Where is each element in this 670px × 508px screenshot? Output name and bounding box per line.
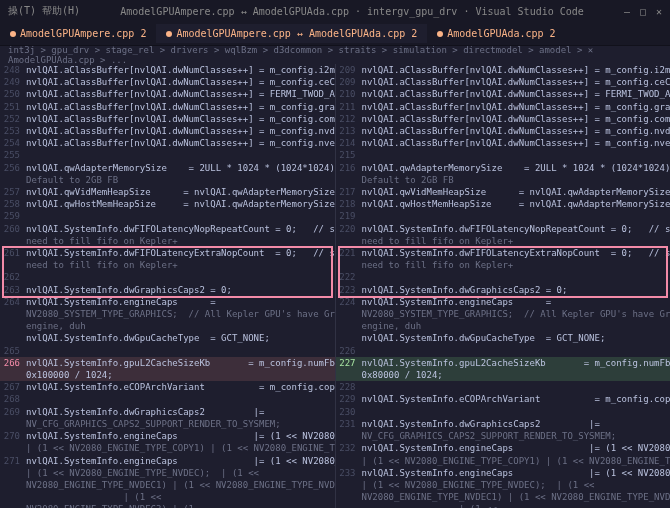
code-line[interactable]: 266nvlQAI.SystemInfo.gpuL2CacheSizeKb = … [0, 357, 335, 369]
code-content: nvlQAI.qwAdapterMemorySize = 2ULL * 1024… [26, 162, 335, 174]
code-line[interactable]: 220nvlQAI.SystemInfo.dwFIFOLatencyNopRep… [336, 223, 671, 235]
code-line[interactable]: 269nvlQAI.SystemInfo.dwGraphicsCaps2 |= [0, 406, 335, 418]
code-line[interactable]: 0x80000 / 1024; [336, 369, 671, 381]
code-line[interactable]: 233nvlQAI.SystemInfo.engineCaps |= (1 <<… [336, 467, 671, 479]
code-line[interactable]: | (1 << NV2080_ENGINE_TYPE_COPY1) | (1 <… [336, 455, 671, 467]
code-line[interactable]: | (1 << NV2080_ENGINE_TYPE_NVDEC); | (1 … [0, 467, 335, 479]
code-line[interactable]: 263nvlQAI.SystemInfo.dwGraphicsCaps2 = 0… [0, 284, 335, 296]
code-line[interactable]: 0x100000 / 1024; [0, 369, 335, 381]
code-content: nvlQAI.aClassBuffer[nvlQAI.dwNumClasses+… [362, 88, 671, 100]
code-line[interactable]: 222 [336, 271, 671, 283]
code-line[interactable]: 230 [336, 406, 671, 418]
code-line[interactable]: engine, duh [336, 320, 671, 332]
code-line[interactable]: NV2080_SYSTEM_TYPE_GRAPHICS; // All Kepl… [336, 308, 671, 320]
line-number [0, 308, 26, 320]
code-line[interactable]: NV_CFG_GRAPHICS_CAPS2_SUPPORT_RENDER_TO_… [0, 418, 335, 430]
code-line[interactable]: 249nvlQAI.aClassBuffer[nvlQAI.dwNumClass… [0, 76, 335, 88]
code-line[interactable]: 259 [0, 210, 335, 222]
left-pane[interactable]: 248nvlQAI.aClassBuffer[nvlQAI.dwNumClass… [0, 64, 335, 508]
code-line[interactable]: 232nvlQAI.SystemInfo.engineCaps |= (1 <<… [336, 442, 671, 454]
code-line[interactable]: 216nvlQAI.qwAdapterMemorySize = 2ULL * 1… [336, 162, 671, 174]
code-line[interactable]: 212nvlQAI.aClassBuffer[nvlQAI.dwNumClass… [336, 113, 671, 125]
code-line[interactable]: nvlQAI.SystemInfo.dwGpuCacheType = GCT_N… [0, 332, 335, 344]
line-number: 260 [0, 223, 26, 235]
code-line[interactable]: 223nvlQAI.SystemInfo.dwGraphicsCaps2 = 0… [336, 284, 671, 296]
code-line[interactable]: | (1 << NV2080_ENGINE_TYPE_COPY1) | (1 <… [0, 442, 335, 454]
code-line[interactable]: 214nvlQAI.aClassBuffer[nvlQAI.dwNumClass… [336, 137, 671, 149]
code-line[interactable]: 221nvlQAI.SystemInfo.dwFIFOLatencyExtraN… [336, 247, 671, 259]
minimize-icon[interactable]: — [624, 6, 630, 17]
code-line[interactable]: 227nvlQAI.SystemInfo.gpuL2CacheSizeKb = … [336, 357, 671, 369]
code-line[interactable]: NV2080_ENGINE_TYPE_NVDEC1) | (1 << NV208… [336, 491, 671, 503]
code-line[interactable]: 209nvlQAI.aClassBuffer[nvlQAI.dwNumClass… [336, 64, 671, 76]
code-line[interactable]: 248nvlQAI.aClassBuffer[nvlQAI.dwNumClass… [0, 64, 335, 76]
code-line[interactable]: 254nvlQAI.aClassBuffer[nvlQAI.dwNumClass… [0, 137, 335, 149]
code-line[interactable]: 210nvlQAI.aClassBuffer[nvlQAI.dwNumClass… [336, 88, 671, 100]
code-line[interactable]: 264nvlQAI.SystemInfo.engineCaps = [0, 296, 335, 308]
code-line[interactable]: 261nvlQAI.SystemInfo.dwFIFOLatencyExtraN… [0, 247, 335, 259]
code-line[interactable]: 268 [0, 393, 335, 405]
code-line[interactable]: need to fill fifo on Kepler+ [336, 259, 671, 271]
code-content: nvlQAI.SystemInfo.engineCaps |= (1 << NV… [362, 442, 671, 454]
code-line[interactable]: | (1 << [336, 503, 671, 508]
code-line[interactable]: 252nvlQAI.aClassBuffer[nvlQAI.dwNumClass… [0, 113, 335, 125]
line-number: 214 [336, 137, 362, 149]
code-content: nvlQAI.SystemInfo.engineCaps = [362, 296, 671, 308]
code-line[interactable]: 255 [0, 149, 335, 161]
code-content: nvlQAI.SystemInfo.dwGpuCacheType = GCT_N… [26, 332, 335, 344]
code-line[interactable]: 215 [336, 149, 671, 161]
code-line[interactable]: 265 [0, 345, 335, 357]
code-line[interactable]: | (1 << NV2080_ENGINE_TYPE_NVDEC); | (1 … [336, 479, 671, 491]
code-line[interactable]: 271nvlQAI.SystemInfo.engineCaps |= (1 <<… [0, 455, 335, 467]
code-line[interactable]: 211nvlQAI.aClassBuffer[nvlQAI.dwNumClass… [336, 101, 671, 113]
code-line[interactable]: 209nvlQAI.aClassBuffer[nvlQAI.dwNumClass… [336, 76, 671, 88]
menu-items[interactable]: 操(T) 帮助(H) [8, 4, 80, 18]
code-line[interactable]: | (1 << [0, 491, 335, 503]
code-line[interactable]: 218nvlQAI.qwHostMemHeapSize = nvlQAI.qwA… [336, 198, 671, 210]
code-line[interactable]: NV_CFG_GRAPHICS_CAPS2_SUPPORT_RENDER_TO_… [336, 430, 671, 442]
code-content: nvlQAI.qwAdapterMemorySize = 2ULL * 1024… [362, 162, 671, 174]
editor-tab[interactable]: AmodelGPUAmpere.cpp 2 [0, 24, 156, 43]
code-line[interactable]: 258nvlQAI.qwHostMemHeapSize = nvlQAI.qwA… [0, 198, 335, 210]
breadcrumb[interactable]: int3j > gpu_drv > stage_rel > drivers > … [0, 46, 670, 64]
code-line[interactable]: need to fill fifo on Kepler+ [336, 235, 671, 247]
code-content: nvlQAI.aClassBuffer[nvlQAI.dwNumClasses+… [362, 113, 671, 125]
code-line[interactable]: 250nvlQAI.aClassBuffer[nvlQAI.dwNumClass… [0, 88, 335, 100]
code-line[interactable]: NV2080_ENGINE_TYPE_NVDEC3) | (1 [0, 503, 335, 508]
maximize-icon[interactable]: □ [640, 6, 646, 17]
code-line[interactable]: engine, duh [0, 320, 335, 332]
code-line[interactable]: 262 [0, 271, 335, 283]
code-content: NV_CFG_GRAPHICS_CAPS2_SUPPORT_RENDER_TO_… [362, 430, 671, 442]
code-line[interactable]: 256nvlQAI.qwAdapterMemorySize = 2ULL * 1… [0, 162, 335, 174]
code-content: nvlQAI.aClassBuffer[nvlQAI.dwNumClasses+… [362, 101, 671, 113]
code-line[interactable]: Default to 2GB FB [0, 174, 335, 186]
code-line[interactable]: 228 [336, 381, 671, 393]
right-pane[interactable]: 209nvlQAI.aClassBuffer[nvlQAI.dwNumClass… [335, 64, 671, 508]
code-line[interactable]: 267nvlQAI.SystemInfo.eCOPArchVariant = m… [0, 381, 335, 393]
code-line[interactable]: 229nvlQAI.SystemInfo.eCOPArchVariant = m… [336, 393, 671, 405]
editor-tab[interactable]: AmodelGPUAda.cpp 2 [427, 24, 565, 43]
code-line[interactable]: NV2080_ENGINE_TYPE_NVDEC1) | (1 << NV208… [0, 479, 335, 491]
code-line[interactable]: 270nvlQAI.SystemInfo.engineCaps |= (1 <<… [0, 430, 335, 442]
code-line[interactable]: 257nvlQAI.qwVidMemHeapSize = nvlQAI.qwAd… [0, 186, 335, 198]
code-content: nvlQAI.aClassBuffer[nvlQAI.dwNumClasses+… [26, 88, 335, 100]
editor-tab[interactable]: AmodelGPUAmpere.cpp ↔ AmodelGPUAda.cpp 2 [156, 24, 427, 43]
code-line[interactable]: NV2080_SYSTEM_TYPE_GRAPHICS; // All Kepl… [0, 308, 335, 320]
code-line[interactable]: 260nvlQAI.SystemInfo.dwFIFOLatencyNopRep… [0, 223, 335, 235]
code-line[interactable]: nvlQAI.SystemInfo.dwGpuCacheType = GCT_N… [336, 332, 671, 344]
code-line[interactable]: 226 [336, 345, 671, 357]
code-line[interactable]: 224nvlQAI.SystemInfo.engineCaps = [336, 296, 671, 308]
code-line[interactable]: need to fill fifo on Kepler+ [0, 259, 335, 271]
code-line[interactable]: 251nvlQAI.aClassBuffer[nvlQAI.dwNumClass… [0, 101, 335, 113]
code-line[interactable]: 253nvlQAI.aClassBuffer[nvlQAI.dwNumClass… [0, 125, 335, 137]
code-line[interactable]: Default to 2GB FB [336, 174, 671, 186]
code-line[interactable]: 231nvlQAI.SystemInfo.dwGraphicsCaps2 |= [336, 418, 671, 430]
code-line[interactable]: need to fill fifo on Kepler+ [0, 235, 335, 247]
line-number: 248 [0, 64, 26, 76]
code-content: need to fill fifo on Kepler+ [26, 235, 335, 247]
code-line[interactable]: 217nvlQAI.qwVidMemHeapSize = nvlQAI.qwAd… [336, 186, 671, 198]
close-icon[interactable]: ✕ [656, 6, 662, 17]
code-line[interactable]: 213nvlQAI.aClassBuffer[nvlQAI.dwNumClass… [336, 125, 671, 137]
code-content [362, 345, 671, 357]
code-line[interactable]: 219 [336, 210, 671, 222]
